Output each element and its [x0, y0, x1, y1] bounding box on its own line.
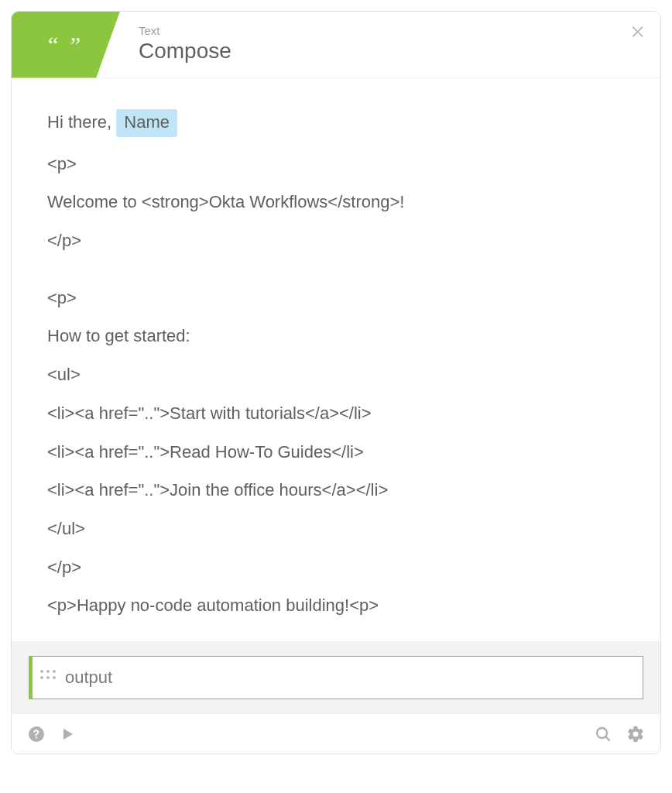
- body-line: <p>Happy no-code automation building!<p>: [47, 594, 625, 617]
- card-footer: [12, 713, 660, 754]
- card-type-badge: “ ”: [12, 12, 120, 78]
- gear-icon: [626, 725, 645, 743]
- body-line: <li><a href="..">Start with tutorials</a…: [47, 402, 625, 425]
- body-line: <ul>: [47, 363, 625, 386]
- settings-button[interactable]: [626, 725, 645, 743]
- blank-line: [47, 268, 625, 287]
- close-icon: [629, 23, 646, 40]
- compose-card: “ ” Text Compose Hi there, Name <p> Welc…: [11, 11, 661, 754]
- output-label: output: [65, 668, 112, 688]
- card-header: “ ” Text Compose: [12, 12, 660, 78]
- play-icon: [58, 725, 77, 743]
- body-line: <li><a href="..">Join the office hours</…: [47, 479, 625, 502]
- body-line: </ul>: [47, 517, 625, 541]
- body-line: <p>: [47, 287, 625, 310]
- svg-line-1: [605, 736, 609, 740]
- output-section: output: [12, 641, 660, 713]
- help-icon: [27, 725, 46, 743]
- output-field[interactable]: output: [29, 656, 643, 699]
- body-line: <p>: [47, 153, 625, 176]
- body-line: </p>: [47, 229, 625, 252]
- drag-handle-icon[interactable]: [40, 670, 56, 685]
- header-titles: Text Compose: [139, 25, 231, 64]
- search-icon: [594, 725, 612, 743]
- header-kicker: Text: [139, 25, 231, 38]
- compose-body[interactable]: Hi there, Name <p> Welcome to <strong>Ok…: [12, 78, 660, 641]
- run-button[interactable]: [58, 725, 77, 743]
- body-line: Welcome to <strong>Okta Workflows</stron…: [47, 191, 625, 214]
- quote-icon: “ ”: [48, 32, 84, 58]
- greeting-prefix: Hi there,: [47, 112, 116, 132]
- header-title: Compose: [139, 38, 231, 64]
- greeting-line: Hi there, Name: [47, 109, 625, 137]
- search-button[interactable]: [594, 725, 612, 743]
- body-line: How to get started:: [47, 324, 625, 348]
- variable-token-name[interactable]: Name: [116, 109, 177, 137]
- body-line: </p>: [47, 556, 625, 579]
- close-button[interactable]: [629, 21, 646, 44]
- help-button[interactable]: [27, 725, 46, 743]
- body-line: <li><a href="..">Read How-To Guides</li>: [47, 441, 625, 464]
